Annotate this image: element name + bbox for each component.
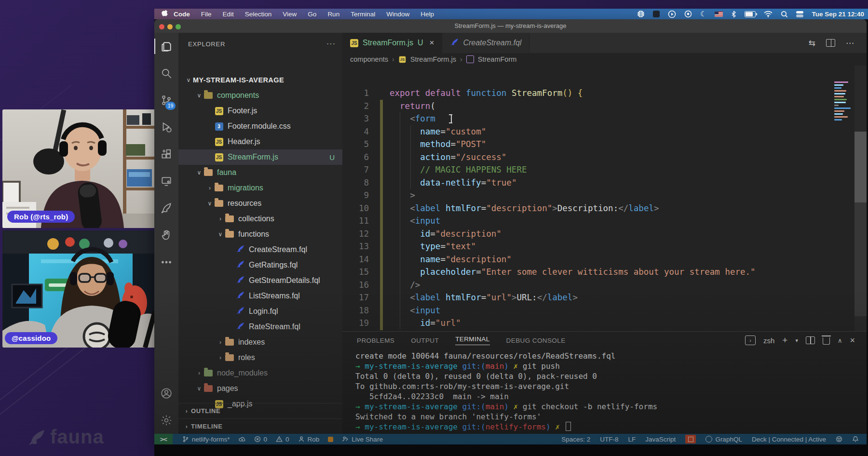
panel-tab-terminal[interactable]: TERMINAL [455,335,489,345]
tree-item-footer-module-css[interactable]: 3Footer.module.css [178,119,342,134]
tree-item-roles[interactable]: ›roles [178,350,342,365]
record-circle-icon[interactable] [684,10,692,18]
menu-item-view[interactable]: View [283,11,297,18]
status-branch-item[interactable]: netlify-forms* [182,436,230,443]
keyboard-flag-icon[interactable] [715,12,723,17]
kill-terminal-icon[interactable] [823,337,830,345]
tree-item-resources[interactable]: ∨resources [178,196,342,211]
status-utf-item[interactable]: UTF-8 [600,436,618,443]
tree-item-functions[interactable]: ∨functions [178,227,342,242]
status-javascript-item[interactable]: JavaScript [645,436,676,443]
extensions-activity-icon[interactable] [154,141,178,168]
close-tab-icon[interactable]: × [429,38,434,48]
status-error-item[interactable]: 0 [254,436,268,443]
menu-item-file[interactable]: File [201,11,212,18]
menu-bar-clock[interactable]: Tue Sep 21 12:40 [812,11,864,18]
sidebar-section-outline[interactable]: ›OUTLINE [178,403,342,418]
status-gq-item[interactable]: GraphQL [705,436,742,443]
tree-item-getstreamdetails-fql[interactable]: GetStreamDetails.fql [178,273,342,288]
menu-item-go[interactable]: Go [308,11,316,18]
tree-item-node-modules[interactable]: ›node_modules [178,365,342,381]
editor-scrollbar[interactable] [854,66,867,332]
tree-item-header-js[interactable]: JSHeader.js [178,134,342,149]
breadcrumb-item[interactable]: StreamForm.js [410,55,456,63]
terminal-output[interactable]: create mode 100644 fauna/resources/roles… [355,351,857,434]
explorer-more-icon[interactable]: ··· [326,40,336,48]
editor-tab-createstream-fql[interactable]: CreateStream.fql [442,33,529,53]
tree-item-login-fql[interactable]: Login.fql [178,304,342,319]
menubar-app-icon[interactable] [653,11,660,17]
bluetooth-icon[interactable] [731,11,736,18]
more-activity-icon[interactable] [154,249,178,276]
remote-indicator[interactable]: >< [154,434,173,444]
status-person-item[interactable]: Rob [298,436,320,443]
status-lf-item[interactable]: LF [628,436,636,443]
new-terminal-icon[interactable]: + [782,335,787,346]
shell-label[interactable]: zsh [763,336,774,345]
tree-item-components[interactable]: ∨components [178,88,342,103]
panel-tab-output[interactable]: OUTPUT [411,337,439,344]
tree-item-migrations[interactable]: ›migrations [178,180,342,196]
menu-item-edit[interactable]: Edit [223,11,234,18]
hand-activity-icon[interactable] [154,222,178,249]
panel-tab-problems[interactable]: PROBLEMS [357,337,394,344]
tree-item-fauna[interactable]: ∨fauna [178,165,342,180]
split-editor-icon[interactable] [826,39,835,47]
tree-item-pages[interactable]: ∨pages [178,381,342,396]
tree-item-indexes[interactable]: ›indexes [178,335,342,350]
status-cloud-item[interactable] [239,436,245,443]
account-icon[interactable] [154,380,178,407]
maximize-panel-icon[interactable]: ∧ [838,337,842,344]
panel-tab-debug-console[interactable]: DEBUG CONSOLE [506,337,566,344]
settings-gear-icon[interactable] [154,407,178,434]
tree-item-ratestream-fql[interactable]: RateStream.fql [178,319,342,335]
status-extbadge-item[interactable] [685,435,696,443]
search-activity-icon[interactable] [154,60,178,87]
minimap[interactable] [834,80,854,122]
tree-item-footer-js[interactable]: JSFooter.js [178,103,342,119]
source-control-activity-icon[interactable]: 19 [154,87,178,114]
globe-icon[interactable] [637,10,645,18]
sidebar-section-timeline[interactable]: ›TIMELINE [178,418,342,434]
wifi-icon[interactable] [764,11,773,17]
window-title-bar[interactable]: StreamForm.js — my-stream-is-average [154,19,867,33]
explorer-activity-icon[interactable] [154,33,178,60]
terminal-launch-icon[interactable]: › [745,335,756,345]
run-debug-activity-icon[interactable] [154,114,178,141]
menu-item-code[interactable]: Code [174,11,190,18]
tree-item-createstream-fql[interactable]: CreateStream.fql [178,242,342,257]
tree-item-getratings-fql[interactable]: GetRatings.fql [178,257,342,273]
menu-item-terminal[interactable]: Terminal [351,11,375,18]
menu-item-selection[interactable]: Selection [245,11,272,18]
spotlight-search-icon[interactable] [781,11,788,18]
code-editor[interactable]: 1export default function StreamForm() {2… [342,66,867,332]
status-warning-item[interactable]: 0 [276,436,289,443]
editor-tab-streamform-js[interactable]: JSStreamForm.jsU× [342,33,442,53]
apple-menu-icon[interactable] [162,10,168,17]
breadcrumb-item[interactable]: components [350,55,388,63]
terminal-dropdown-icon[interactable]: ▾ [795,337,798,344]
tree-item-streamform-js[interactable]: JSStreamForm.jsU [178,149,342,165]
status-smiley-item[interactable] [836,436,842,443]
tree-item-liststreams-fql[interactable]: ListStreams.fql [178,288,342,304]
swap-editors-icon[interactable]: ⇆ [809,38,815,48]
breadcrumb-item[interactable]: StreamForm [478,55,517,63]
status-deck-item[interactable]: Deck | Connected | Active [752,436,826,443]
play-circle-icon[interactable] [668,10,676,18]
editor-more-icon[interactable]: ⋯ [846,38,854,48]
status-orange-item[interactable] [328,437,333,442]
menu-item-window[interactable]: Window [386,11,409,18]
status-bell-item[interactable] [852,436,859,443]
control-center-icon[interactable] [796,11,803,17]
close-panel-icon[interactable]: × [850,335,855,346]
battery-icon[interactable] [745,11,756,17]
menu-item-run[interactable]: Run [327,11,339,18]
status-spaces-item[interactable]: Spaces: 2 [561,436,590,443]
tree-item-my-stream-is-average[interactable]: ∨MY-STREAM-IS-AVERAGE [178,72,342,88]
status-liveshare-item[interactable]: Live Share [342,436,383,443]
tree-item-collections[interactable]: ›collections [178,211,342,227]
split-terminal-icon[interactable] [806,336,815,344]
remote-explorer-activity-icon[interactable] [154,168,178,195]
menu-item-help[interactable]: Help [420,11,434,18]
fauna-bird-activity-icon[interactable] [154,195,178,222]
